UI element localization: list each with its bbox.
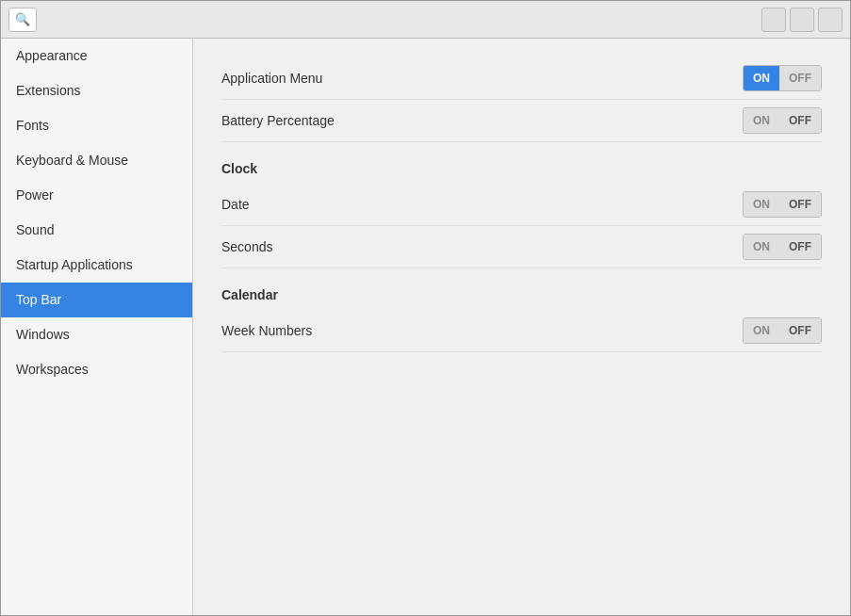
toggle-off-label-date: OFF	[779, 192, 821, 217]
sidebar-item-power[interactable]: Power	[1, 178, 192, 213]
titlebar: 🔍	[1, 1, 850, 39]
sidebar-item-top-bar[interactable]: Top Bar	[1, 283, 192, 317]
toggle-off-label-seconds: OFF	[779, 235, 821, 259]
toggle-on-label-battery-percentage: ON	[744, 108, 779, 133]
section-header-clock: Clock	[221, 157, 822, 180]
window-controls	[761, 8, 843, 32]
toggle-application-menu[interactable]: ONOFF	[743, 65, 822, 91]
toggle-off-label-application-menu: OFF	[779, 66, 821, 90]
setting-row-seconds: SecondsONOFF	[221, 226, 822, 268]
sidebar-item-sound[interactable]: Sound	[1, 213, 192, 248]
toggle-seconds[interactable]: ONOFF	[743, 234, 822, 260]
search-icon: 🔍	[15, 12, 30, 26]
toggle-on-label-date: ON	[744, 192, 779, 217]
toggle-battery-percentage[interactable]: ONOFF	[743, 107, 822, 134]
window: 🔍 AppearanceExtensionsFontsKeyboard & Mo…	[0, 0, 851, 616]
setting-label-date: Date	[221, 197, 743, 212]
main-panel: Application MenuONOFFBattery PercentageO…	[193, 39, 850, 615]
sidebar-item-startup-applications[interactable]: Startup Applications	[1, 248, 192, 283]
close-button[interactable]	[818, 8, 843, 32]
sidebar: AppearanceExtensionsFontsKeyboard & Mous…	[1, 39, 193, 615]
toggle-off-label-battery-percentage: OFF	[779, 108, 821, 133]
section-header-calendar: Calendar	[221, 284, 822, 306]
sidebar-item-appearance[interactable]: Appearance	[1, 39, 192, 73]
sidebar-item-extensions[interactable]: Extensions	[1, 73, 192, 108]
setting-row-application-menu: Application MenuONOFF	[221, 57, 822, 100]
sidebar-item-keyboard-mouse[interactable]: Keyboard & Mouse	[1, 143, 192, 178]
toggle-on-label-seconds: ON	[744, 235, 779, 259]
toggle-on-label-application-menu: ON	[744, 66, 779, 90]
toggle-on-label-week-numbers: ON	[744, 318, 779, 343]
toggle-off-label-week-numbers: OFF	[779, 318, 821, 343]
setting-label-application-menu: Application Menu	[221, 71, 743, 86]
toggle-week-numbers[interactable]: ONOFF	[743, 317, 822, 344]
setting-row-week-numbers: Week NumbersONOFF	[221, 310, 822, 352]
search-button[interactable]: 🔍	[8, 8, 37, 32]
setting-label-week-numbers: Week Numbers	[221, 323, 743, 338]
maximize-button[interactable]	[790, 8, 814, 32]
content-area: AppearanceExtensionsFontsKeyboard & Mous…	[1, 39, 850, 615]
setting-label-battery-percentage: Battery Percentage	[221, 113, 743, 128]
setting-label-seconds: Seconds	[221, 239, 743, 254]
sidebar-item-workspaces[interactable]: Workspaces	[1, 352, 192, 387]
sidebar-item-fonts[interactable]: Fonts	[1, 108, 192, 143]
toggle-date[interactable]: ONOFF	[743, 191, 822, 218]
sidebar-item-windows[interactable]: Windows	[1, 317, 192, 352]
setting-row-date: DateONOFF	[221, 184, 822, 226]
minimize-button[interactable]	[761, 8, 786, 32]
setting-row-battery-percentage: Battery PercentageONOFF	[221, 100, 822, 142]
